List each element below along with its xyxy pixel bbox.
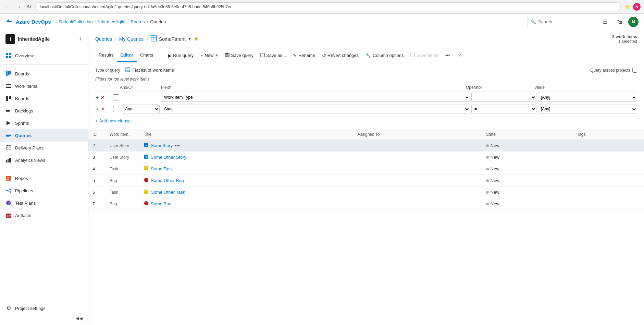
save-as-button[interactable]: Save as... — [258, 50, 289, 61]
save-query-button[interactable]: Save query — [222, 50, 256, 61]
settings-icon[interactable]: ☰ — [599, 16, 610, 27]
table-row[interactable]: 7 Bug 🐞 Some Bug New — [88, 198, 644, 210]
col-header-tags[interactable]: Tags — [573, 129, 644, 140]
reload-button[interactable]: ↻ — [25, 3, 33, 11]
sidebar-item-backlogs[interactable]: Backlogs — [0, 105, 88, 117]
table-row[interactable]: 4 Task ✓ Some Task New — [88, 163, 644, 175]
breadcrumb-boards[interactable]: Boards — [131, 19, 145, 24]
search-input[interactable] — [538, 19, 593, 24]
sidebar-item-sprints[interactable]: Sprints — [0, 117, 88, 129]
tab-charts[interactable]: Charts — [137, 49, 157, 62]
sidebar-item-artifacts[interactable]: ART Artifacts — [0, 209, 88, 221]
col-header-title[interactable]: Title — [140, 129, 353, 140]
user-avatar[interactable]: N — [628, 17, 639, 27]
more-dots-icon: ••• — [445, 53, 450, 58]
col-header-assigned[interactable]: Assigned To — [353, 129, 482, 140]
filter-row-2-field-select[interactable]: State — [161, 105, 470, 113]
sidebar-item-delivery-plans[interactable]: Delivery Plans — [0, 142, 88, 154]
filter-row-1-operator-select[interactable]: = — [471, 93, 536, 102]
toolbar: Results Editor Charts ▶ Run query + New … — [88, 48, 644, 63]
sidebar-item-test-plans[interactable]: 🧪 Test Plans — [0, 197, 88, 209]
new-button[interactable]: + New ▼ — [198, 50, 221, 61]
rename-button[interactable]: ✎ Rename — [290, 50, 318, 61]
breadcrumb-queries-link[interactable]: Queries — [95, 36, 112, 42]
expand-button[interactable]: ⤢ — [455, 50, 465, 61]
row-title-link[interactable]: Some Bug — [151, 201, 172, 206]
table-row[interactable]: 3 User Story U Some Other Story New — [88, 152, 644, 163]
sidebar-item-overview[interactable]: Overview — [0, 49, 88, 62]
tab-results[interactable]: Results — [95, 49, 117, 62]
browser-chrome: ← → ↻ ⭐ N — [0, 0, 644, 14]
add-clause-button[interactable]: + Add new clause — [95, 117, 131, 125]
sidebar-item-analytics-views[interactable]: Analytics views — [0, 154, 88, 166]
bookmark-icon[interactable]: ⭐ — [623, 3, 631, 11]
analytics-views-icon — [5, 157, 12, 163]
filter-row-1-delete-button[interactable]: ✕ — [100, 94, 106, 101]
sidebar-collapse-button[interactable]: ◀◀ — [0, 314, 88, 322]
row-more-button[interactable]: ••• — [175, 143, 180, 148]
run-query-button[interactable]: ▶ Run query — [165, 50, 196, 61]
table-row[interactable]: 2 User Story U SomeStory ••• New — [88, 140, 644, 152]
filter-row-2-operator-select[interactable]: = — [471, 105, 536, 113]
row-title-link[interactable]: Some Other Bug — [151, 178, 184, 183]
breadcrumb-inherited-agile[interactable]: InheritedAgile — [98, 19, 125, 24]
sep1: / — [95, 19, 96, 24]
address-bar[interactable] — [35, 2, 621, 11]
query-dropdown-chevron[interactable]: ▼ — [188, 37, 192, 41]
profile-icon[interactable]: N — [633, 3, 641, 11]
sidebar-item-work-items[interactable]: Work items — [0, 80, 88, 92]
back-button[interactable]: ← — [3, 3, 12, 11]
svg-rect-18 — [6, 136, 10, 137]
svg-point-31 — [10, 191, 11, 193]
svg-rect-46 — [261, 53, 264, 57]
repos-label: Repos — [15, 176, 83, 181]
sidebar-item-repos[interactable]: Ø Repos — [0, 172, 88, 184]
filter-row-1-checkbox[interactable] — [113, 94, 119, 100]
filter-row-2-andor-select[interactable]: And Or — [122, 105, 160, 113]
content-area: Queries › My Queries › SomeParent ▼ ★ 8 … — [88, 30, 644, 325]
logo-text[interactable]: Azure DevOps — [16, 19, 51, 25]
sidebar-item-pipelines[interactable]: Pipelines — [0, 184, 88, 197]
svg-rect-9 — [6, 87, 11, 88]
col-header-state[interactable]: State — [482, 129, 573, 140]
sidebar-item-project-settings[interactable]: ⚙ Project settings — [0, 302, 88, 314]
filter-row-2-value-select[interactable]: [Any] — [538, 105, 637, 113]
breadcrumb-sep2: › — [146, 36, 148, 42]
save-items-button[interactable]: Save items — [408, 50, 441, 61]
state-label: New — [491, 155, 499, 160]
filter-row-1-field-select[interactable]: Work Item Type — [161, 93, 470, 102]
row-id: 7 — [88, 198, 106, 210]
filter-row-2-delete-button[interactable]: ✕ — [100, 106, 106, 112]
add-project-button[interactable]: + — [79, 36, 83, 43]
tab-editor[interactable]: Editor — [117, 49, 137, 62]
filter-row-2-checkbox[interactable] — [113, 106, 119, 112]
filter-row-1-value-select[interactable]: [Any] — [538, 93, 637, 102]
sidebar-item-boards-heading[interactable]: Boards — [0, 68, 88, 80]
svg-rect-21 — [9, 145, 10, 146]
column-options-button[interactable]: 🔧 Column options — [363, 50, 406, 61]
table-row[interactable]: 5 Bug 🐞 Some Other Bug New — [88, 175, 644, 186]
table-row[interactable]: 6 Task ✓ Some Other Task New — [88, 186, 644, 198]
breadcrumb-default-collection[interactable]: DefaultCollection — [59, 19, 93, 24]
more-options-button[interactable]: ••• — [443, 50, 453, 61]
filter-row-2-add-button[interactable]: + — [95, 106, 99, 112]
row-type-icon: 🐞 — [144, 178, 149, 183]
col-header-id[interactable]: ID — [88, 129, 106, 140]
filter-type-label: Type of query — [95, 68, 120, 73]
revert-changes-button[interactable]: ↺ Revert changes — [319, 50, 361, 61]
forward-button[interactable]: → — [14, 3, 23, 11]
row-id: 3 — [88, 152, 106, 163]
sidebar-item-queries[interactable]: Queries — [0, 129, 88, 142]
row-title-link[interactable]: Some Task — [151, 166, 173, 171]
shopping-bag-icon[interactable]: 🛍 — [614, 16, 625, 27]
filter-row-1-add-button[interactable]: + — [95, 94, 99, 101]
row-title-link[interactable]: Some Other Story — [151, 155, 186, 160]
row-title-link[interactable]: Some Other Task — [151, 190, 185, 195]
query-across-checkbox[interactable] — [632, 68, 637, 73]
breadcrumb-my-queries-link[interactable]: My Queries — [119, 36, 144, 42]
sidebar-item-boards[interactable]: Boards — [0, 92, 88, 105]
favorite-star[interactable]: ★ — [194, 36, 199, 42]
row-title-link[interactable]: SomeStory — [151, 143, 173, 148]
col-header-wi-type[interactable]: Work Item... — [106, 129, 140, 140]
save-as-label: Save as... — [266, 53, 286, 58]
